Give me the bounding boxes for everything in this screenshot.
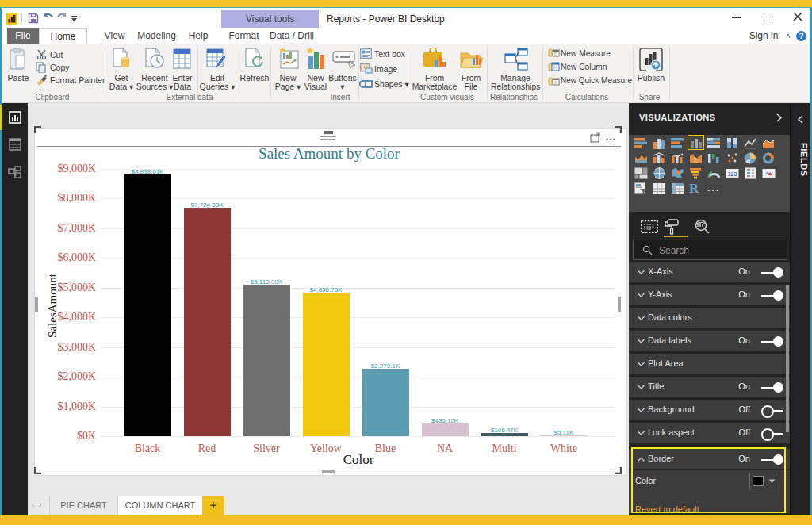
- svg-text:123: 123: [728, 171, 737, 177]
